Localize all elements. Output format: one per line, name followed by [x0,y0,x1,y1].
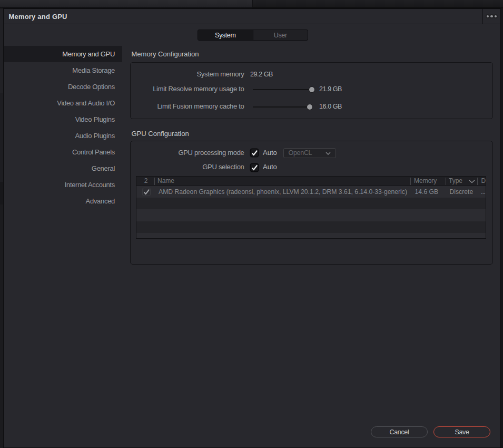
column-header-name[interactable]: Name [157,177,174,186]
preferences-dialog: Memory and GPU System User Memory and GP… [3,8,501,448]
column-header-count[interactable]: 2 [136,177,155,186]
sidebar-item-control-panels[interactable]: Control Panels [4,144,122,160]
slider-track [253,106,310,108]
cancel-button[interactable]: Cancel [371,426,428,437]
header-divider [446,178,446,185]
column-header-memory[interactable]: Memory [414,177,437,186]
memory-configuration-heading: Memory Configuration [132,51,199,58]
gpu-table-empty-row [136,233,486,239]
tab-system[interactable]: System [198,30,253,40]
dialog-titlebar: Memory and GPU [4,9,500,24]
gpu-configuration-heading: GPU Configuration [132,130,189,138]
sidebar-item-internet-accounts[interactable]: Internet Accounts [4,177,122,193]
screen: Memory and GPU System User Memory and GP… [0,0,503,448]
gpu-selection-label: GPU selection [202,163,244,171]
column-header-type[interactable]: Type [449,177,462,186]
fusion-cache-limit-value: 16.0 GB [319,103,342,110]
gpu-type-cell: Discrete [450,186,474,198]
ellipsis-icon [487,15,489,17]
sidebar-item-media-storage[interactable]: Media Storage [4,62,122,79]
checkmark-icon [251,149,258,157]
sidebar-item-video-audio-io[interactable]: Video and Audio I/O [4,95,122,111]
preferences-sidebar: Memory and GPU Media Storage Decode Opti… [4,46,122,209]
sidebar-item-video-plugins[interactable]: Video Plugins [4,111,122,128]
gpu-memory-cell: 14.6 GB [415,186,439,198]
ellipsis-icon [490,15,492,17]
gpu-selection-checkbox[interactable] [251,164,258,171]
gpu-api-dropdown[interactable]: OpenCL [283,148,336,158]
resolve-memory-limit-value: 21.9 GB [319,85,342,93]
gpu-table-empty-row [136,198,486,209]
header-divider [477,178,478,185]
gpu-device-cell: ... [481,186,486,198]
gpu-api-dropdown-value: OpenCL [289,149,312,158]
header-divider [410,178,411,185]
resolve-memory-limit-label: Limit Resolve memory usage to [153,85,244,93]
slider-handle[interactable] [307,104,312,110]
gpu-processing-mode-auto-label: Auto [263,149,277,157]
sidebar-item-memory-and-gpu[interactable]: Memory and GPU [4,46,122,62]
background-app-panel-left [0,0,252,8]
sort-chevron-icon[interactable] [469,180,475,183]
column-header-device[interactable]: De [481,177,487,186]
memory-configuration-group: System memory 29.2 GB Limit Resolve memo… [130,62,493,119]
titlebar-options-button[interactable] [482,9,500,24]
header-divider [154,178,155,185]
gpu-table-header: 2 Name Memory Type De [136,177,486,186]
gpu-processing-mode-label: GPU processing mode [178,149,244,157]
gpu-table-empty-row [136,209,486,221]
gpu-row-checkbox[interactable] [143,188,150,196]
save-button[interactable]: Save [433,426,490,437]
gpu-table-empty-row [136,221,486,233]
checkmark-icon [143,188,150,196]
gpu-table: 2 Name Memory Type De [136,176,486,239]
background-app-panel-right [252,0,503,8]
gpu-configuration-group: GPU processing mode Auto OpenCL GPU sele… [130,141,493,265]
gpu-name-cell: AMD Radeon Graphics (radeonsi, phoenix, … [159,186,411,198]
sidebar-item-general[interactable]: General [4,160,122,177]
ellipsis-icon [495,15,497,17]
background-right-strip [501,8,503,448]
sidebar-item-advanced[interactable]: Advanced [4,193,122,209]
dialog-title: Memory and GPU [9,9,67,24]
slider-handle[interactable] [309,87,314,92]
system-memory-value: 29.2 GB [250,71,273,78]
gpu-table-row[interactable]: AMD Radeon Graphics (radeonsi, phoenix, … [136,186,486,198]
preferences-tabs: System User [198,30,308,41]
gpu-selection-auto-label: Auto [263,163,277,171]
checkmark-icon [251,164,258,171]
system-memory-label: System memory [196,70,244,78]
chevron-down-icon [326,152,331,155]
slider-track [253,89,312,90]
gpu-processing-mode-checkbox[interactable] [251,149,258,157]
fusion-cache-limit-label: Limit Fusion memory cache to [157,102,244,110]
sidebar-item-audio-plugins[interactable]: Audio Plugins [4,128,122,144]
tab-user[interactable]: User [253,30,308,40]
sidebar-item-decode-options[interactable]: Decode Options [4,79,122,95]
